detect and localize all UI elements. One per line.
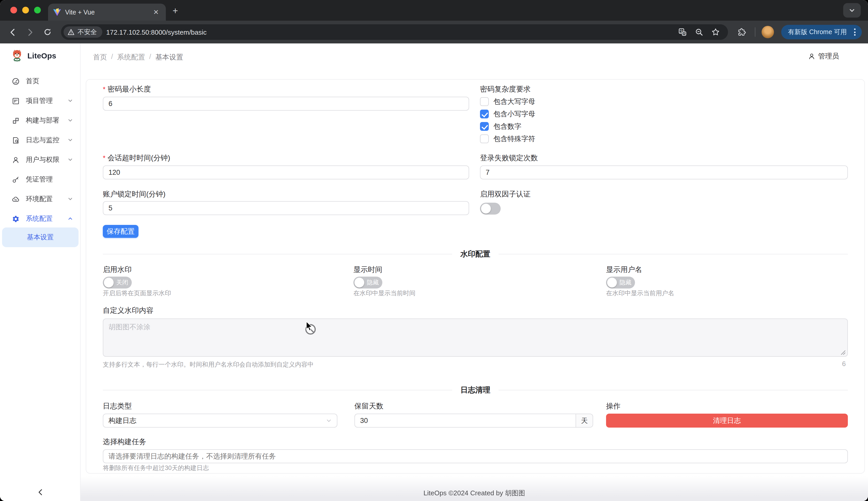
checkbox-special-chars[interactable]: 包含特殊字符 bbox=[480, 134, 535, 144]
breadcrumb-basic-settings: 基本设置 bbox=[155, 53, 183, 62]
watermark-user-toggle[interactable]: 隐藏 bbox=[606, 277, 635, 288]
chevron-down-icon bbox=[68, 157, 73, 162]
session-timeout-label: 会话超时时间(分钟) bbox=[103, 153, 170, 163]
chevron-down-icon bbox=[68, 98, 73, 104]
chevron-down-icon bbox=[68, 118, 73, 123]
save-config-button[interactable]: 保存配置 bbox=[103, 225, 139, 238]
checkbox-checked-icon[interactable] bbox=[480, 122, 489, 131]
watermark-user-caption: 在水印中显示当前用户名 bbox=[606, 289, 674, 298]
browser-toolbar: 不安全 172.17.102.50:8000/system/basic 文A 有… bbox=[0, 21, 868, 43]
project-icon bbox=[12, 97, 20, 105]
minimize-window-button[interactable] bbox=[22, 7, 29, 13]
sidebar-item-system-config[interactable]: 系统配置 bbox=[0, 209, 80, 228]
checkbox-digits[interactable]: 包含数字 bbox=[480, 121, 535, 131]
breadcrumb-system-config[interactable]: 系统配置 bbox=[117, 53, 145, 62]
session-timeout-input[interactable] bbox=[103, 166, 469, 179]
sidebar-item-build-deploy[interactable]: 构建与部署 bbox=[0, 111, 80, 130]
browser-menu-icon[interactable] bbox=[851, 29, 859, 36]
app-footer: LiteOps ©2024 Created by 胡图图 bbox=[80, 476, 868, 501]
two-factor-label: 启用双因子认证 bbox=[480, 190, 531, 199]
logo-text: LiteOps bbox=[28, 51, 56, 60]
close-window-button[interactable] bbox=[10, 7, 17, 13]
log-cleanup-section-title: 日志清理 bbox=[460, 385, 490, 395]
watermark-section-divider: 水印配置 bbox=[103, 249, 848, 259]
toolbar-separator bbox=[755, 28, 755, 37]
logo[interactable]: LiteOps bbox=[10, 49, 56, 62]
retention-days-input[interactable] bbox=[354, 414, 575, 428]
warning-icon bbox=[68, 29, 74, 35]
password-complexity-label: 密码复杂度要求 bbox=[480, 85, 531, 94]
login-fail-lock-label: 登录失败锁定次数 bbox=[480, 153, 538, 163]
watermark-custom-textarea[interactable] bbox=[103, 319, 848, 357]
checkbox-uppercase[interactable]: 包含大写字母 bbox=[480, 97, 535, 107]
sidebar: LiteOps 首页 项目管理 构建与部署 日志与监控 bbox=[0, 43, 80, 501]
password-min-length-input[interactable] bbox=[103, 97, 469, 111]
watermark-enable-toggle[interactable]: 关闭 bbox=[103, 277, 132, 288]
watermark-hint: 支持多行文本，每行一个水印。时间和用户名水印会自动添加到自定义内容中 bbox=[103, 360, 314, 369]
sidebar-item-environments[interactable]: 环境配置 bbox=[0, 189, 80, 209]
account-lock-time-label: 账户锁定时间(分钟) bbox=[103, 190, 166, 199]
window-controls bbox=[10, 7, 41, 13]
security-chip[interactable]: 不安全 bbox=[64, 26, 102, 38]
browser-titlebar: Vite + Vue ✕ + bbox=[0, 0, 868, 21]
liteops-panda-icon bbox=[10, 49, 24, 62]
user-icon bbox=[12, 156, 20, 164]
log-type-value: 构建日志 bbox=[109, 416, 136, 425]
tab-close-icon[interactable]: ✕ bbox=[151, 8, 161, 17]
sidebar-item-home[interactable]: 首页 bbox=[0, 71, 80, 91]
watermark-time-label: 显示时间 bbox=[353, 265, 382, 275]
dashboard-icon bbox=[12, 77, 20, 85]
two-factor-toggle[interactable] bbox=[480, 203, 501, 215]
tab-search-button[interactable] bbox=[843, 3, 861, 18]
main-content: 首页 / 系统配置 / 基本设置 管理员 密码最小长度 密码复杂度要求 包含大写… bbox=[80, 43, 868, 501]
select-task-hint: 将删除所有任务中超过30天的构建日志 bbox=[103, 464, 209, 472]
sidebar-item-projects[interactable]: 项目管理 bbox=[0, 91, 80, 111]
checkbox-lowercase[interactable]: 包含小写字母 bbox=[480, 109, 535, 119]
extensions-icon[interactable] bbox=[734, 25, 749, 39]
sidebar-item-logs-monitoring[interactable]: 日志与监控 bbox=[0, 130, 80, 150]
watermark-section-title: 水印配置 bbox=[460, 249, 490, 259]
login-fail-lock-input[interactable] bbox=[480, 166, 848, 179]
checkbox-checked-icon[interactable] bbox=[480, 110, 489, 118]
bookmark-star-icon[interactable] bbox=[708, 25, 723, 39]
browser-tab[interactable]: Vite + Vue ✕ bbox=[48, 4, 166, 21]
clean-logs-button[interactable]: 清理日志 bbox=[606, 414, 848, 428]
footer-text: LiteOps ©2024 Created by 胡图图 bbox=[424, 489, 525, 498]
translate-icon[interactable]: 文A bbox=[675, 25, 690, 39]
select-task-input[interactable] bbox=[103, 449, 848, 463]
current-user[interactable]: 管理员 bbox=[808, 52, 839, 61]
fullscreen-window-button[interactable] bbox=[34, 7, 41, 13]
app-root: LiteOps 首页 项目管理 构建与部署 日志与监控 bbox=[0, 43, 868, 501]
account-lock-time-input[interactable] bbox=[103, 201, 469, 215]
sidebar-collapse-button[interactable] bbox=[0, 483, 80, 501]
breadcrumb: 首页 / 系统配置 / 基本设置 bbox=[93, 53, 183, 62]
password-min-length-label: 密码最小长度 bbox=[103, 85, 151, 94]
profile-avatar[interactable] bbox=[761, 26, 774, 38]
new-tab-button[interactable]: + bbox=[173, 6, 178, 15]
chevron-down-icon bbox=[68, 138, 73, 143]
back-button[interactable] bbox=[5, 25, 20, 39]
forward-button[interactable] bbox=[23, 25, 37, 39]
address-bar[interactable]: 不安全 172.17.102.50:8000/system/basic 文A bbox=[61, 24, 728, 40]
chrome-update-button[interactable]: 有新版 Chrome 可用 bbox=[781, 25, 862, 39]
sidebar-item-users-permissions[interactable]: 用户与权限 bbox=[0, 150, 80, 170]
password-complexity-options: 包含大写字母 包含小写字母 包含数字 包含特殊字符 bbox=[480, 97, 535, 144]
url-text[interactable]: 172.17.102.50:8000/system/basic bbox=[106, 28, 671, 36]
build-icon bbox=[12, 117, 20, 124]
checkbox-icon[interactable] bbox=[480, 135, 489, 143]
key-icon bbox=[12, 175, 20, 183]
not-allowed-icon bbox=[304, 323, 317, 335]
log-type-select[interactable]: 构建日志 bbox=[103, 414, 337, 428]
reload-button[interactable] bbox=[40, 25, 55, 39]
chevron-up-icon bbox=[68, 216, 73, 221]
select-task-label: 选择构建任务 bbox=[103, 437, 146, 447]
chevron-down-icon bbox=[68, 196, 73, 202]
gear-icon bbox=[12, 215, 20, 223]
retention-days-group: 天 bbox=[354, 414, 593, 428]
breadcrumb-home[interactable]: 首页 bbox=[93, 53, 107, 62]
watermark-time-toggle[interactable]: 隐藏 bbox=[353, 277, 382, 288]
sidebar-item-credentials[interactable]: 凭证管理 bbox=[0, 170, 80, 189]
sidebar-subitem-basic-settings[interactable]: 基本设置 bbox=[2, 227, 78, 247]
checkbox-icon[interactable] bbox=[480, 97, 489, 106]
zoom-icon[interactable] bbox=[692, 25, 706, 39]
